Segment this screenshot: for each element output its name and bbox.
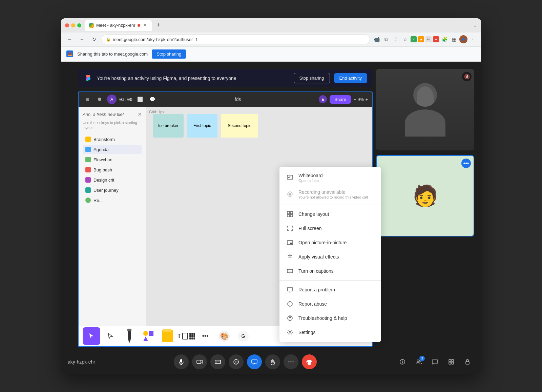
end-call-button[interactable] <box>302 354 317 369</box>
menu-item-fullscreen[interactable]: Full screen <box>279 221 381 235</box>
svg-rect-10 <box>290 214 293 217</box>
close-sidebar-icon[interactable]: ✕ <box>138 111 142 118</box>
sharing-icon: 📤 <box>66 50 73 57</box>
participants-button[interactable]: 3 <box>412 355 425 369</box>
back-button[interactable]: ← <box>65 35 75 44</box>
closed-captions-button[interactable] <box>210 354 225 369</box>
emoji-reaction-button[interactable] <box>229 354 244 369</box>
end-activity-button[interactable]: End activity <box>334 73 367 83</box>
extensions-icon[interactable]: 🧩 <box>440 35 449 43</box>
figma-plugin-tool[interactable]: G <box>234 327 252 345</box>
active-tab[interactable]: Meet - aky-hzpk-ehr ✕ <box>85 20 152 31</box>
figma-comment-icon[interactable]: 💬 <box>147 95 157 104</box>
extension-3[interactable]: A <box>433 36 439 42</box>
sticky-secondtopic: Second topic <box>221 114 258 138</box>
svg-point-17 <box>289 331 291 333</box>
camera-button[interactable] <box>192 354 207 369</box>
figma-shapes-tool[interactable] <box>140 327 157 345</box>
present-button[interactable] <box>247 354 262 369</box>
bookmark-icon[interactable]: ☆ <box>401 35 409 43</box>
figma-more-tools[interactable]: ••• <box>196 327 214 345</box>
svg-rect-34 <box>452 362 454 364</box>
raise-hand-button[interactable] <box>265 354 280 369</box>
new-tab-button[interactable]: + <box>154 21 163 30</box>
figma-item-re[interactable]: Re... <box>83 195 142 205</box>
google-meet-ext[interactable]: ✓ <box>411 36 417 42</box>
sharing-text: Sharing this tab to meet.google.com <box>77 51 148 57</box>
menu-item-whiteboard[interactable]: Whiteboard Open a Jam <box>279 169 381 186</box>
maximize-button[interactable] <box>77 23 81 27</box>
meet-ext-icon: ✓ <box>412 38 415 41</box>
video2-more-button[interactable]: ••• <box>461 159 471 168</box>
open-tab-icon[interactable]: ⧉ <box>382 35 390 43</box>
figma-item-userjourney[interactable]: User journey <box>83 185 142 195</box>
menu-item-report-problem[interactable]: Report a problem <box>279 283 381 297</box>
svg-point-29 <box>417 360 419 362</box>
url-bar[interactable]: 🔒 meet.google.com/aky-hzpk-ehr?authuser=… <box>102 34 370 44</box>
figma-arrow-tool[interactable] <box>83 327 100 345</box>
figma-user-avatar: A <box>107 95 117 104</box>
cast-icon[interactable]: 📹 <box>373 35 381 43</box>
figma-text-tools[interactable]: T <box>178 327 195 345</box>
person1-video <box>376 69 474 150</box>
change-layout-icon <box>286 210 294 218</box>
extension-1[interactable]: ★ <box>418 36 424 42</box>
figma-item-flowchart[interactable]: Flowchart <box>83 155 142 164</box>
svg-point-0 <box>88 77 90 80</box>
browser-stop-sharing-button[interactable]: Stop sharing <box>152 49 186 59</box>
svg-point-22 <box>235 361 236 362</box>
activity-bar: You're hosting an activity using Figma, … <box>78 69 373 87</box>
menu-item-visual-effects[interactable]: Apply visual effects <box>279 250 381 264</box>
microphone-button[interactable] <box>174 354 189 369</box>
person2-video: 🧑 <box>377 156 474 236</box>
figma-cursor-tool[interactable] <box>102 327 119 345</box>
pip-label: Open picture-in-picture <box>298 240 347 245</box>
extension-2[interactable]: ✂ <box>425 36 432 42</box>
menu-item-settings[interactable]: Settings <box>279 325 381 339</box>
zoom-minus[interactable]: − <box>354 97 356 102</box>
figma-move-icon[interactable] <box>95 95 104 104</box>
menu-item-report-abuse[interactable]: Report abuse <box>279 297 381 311</box>
figma-item-bugbash[interactable]: Bug bash <box>83 165 142 174</box>
share-icon[interactable]: ⤴ <box>392 35 400 43</box>
menu-item-troubleshooting[interactable]: Troubleshooting & help <box>279 311 381 325</box>
figma-filename[interactable]: fds <box>160 97 316 102</box>
figma-menu-icon[interactable] <box>83 95 92 104</box>
menu-item-change-layout[interactable]: Change layout <box>279 207 381 221</box>
tab-close-button[interactable]: ✕ <box>142 23 148 28</box>
minimize-button[interactable] <box>71 23 75 27</box>
brainstorm-label: Brainstorm <box>93 137 115 142</box>
svg-point-23 <box>237 361 237 362</box>
video-person-1 <box>376 69 474 150</box>
frame-tool-icon <box>182 333 188 339</box>
sticky-firsttopic: First topic <box>187 114 217 138</box>
figma-item-brainstorm[interactable]: Brainstorm <box>83 135 142 144</box>
menu-item-captions[interactable]: Turn on captions <box>279 264 381 278</box>
lock-button[interactable] <box>461 355 474 369</box>
zoom-value: 9% <box>358 97 364 102</box>
svg-rect-35 <box>466 362 469 364</box>
stop-sharing-button[interactable]: Stop sharing <box>294 73 330 83</box>
figma-frame-icon[interactable]: ⬜ <box>135 95 145 104</box>
meeting-info-button[interactable] <box>396 355 409 369</box>
zoom-plus[interactable]: + <box>365 97 368 102</box>
user-avatar[interactable]: 👤 <box>459 35 467 43</box>
figma-files-tool[interactable] <box>159 327 176 345</box>
figma-emoji-tool[interactable]: 🎨 <box>215 327 233 345</box>
captions-label: Turn on captions <box>298 268 334 274</box>
chrome-menu-icon[interactable]: ⋮ <box>469 35 477 43</box>
figma-item-designcrit[interactable]: Design crit <box>83 175 142 185</box>
grid-view-icon[interactable]: ▦ <box>450 35 458 43</box>
recording-icon <box>286 190 294 198</box>
menu-item-pip[interactable]: Open picture-in-picture <box>279 235 381 250</box>
figma-share-button[interactable]: Share <box>330 95 351 104</box>
figma-item-agenda[interactable]: Agenda <box>83 145 142 154</box>
refresh-button[interactable]: ↻ <box>89 35 99 44</box>
activities-button[interactable] <box>444 355 458 369</box>
close-button[interactable] <box>65 23 69 27</box>
forward-button[interactable]: → <box>77 35 87 44</box>
figma-pencil-tool[interactable] <box>121 327 138 345</box>
more-options-button[interactable] <box>284 354 298 369</box>
chat-button[interactable] <box>428 355 442 369</box>
re-label: Re... <box>93 198 103 203</box>
